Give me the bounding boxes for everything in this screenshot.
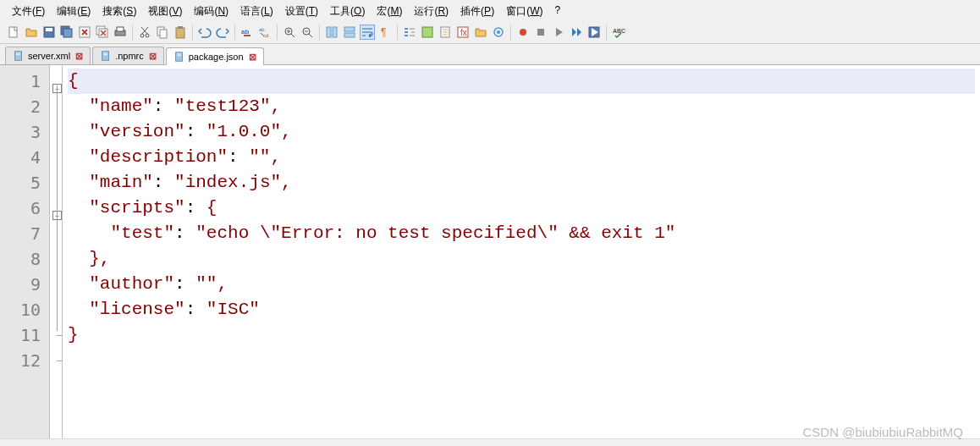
- svg-rect-0: [9, 27, 17, 37]
- zoom-out-icon[interactable]: [300, 25, 315, 40]
- print-icon[interactable]: [113, 25, 128, 40]
- find-icon[interactable]: ab: [239, 25, 255, 40]
- toolbar-separator: [192, 25, 193, 40]
- svg-rect-39: [102, 52, 109, 61]
- copy-icon[interactable]: [155, 25, 170, 40]
- svg-text:cd: cd: [263, 33, 268, 38]
- svg-rect-26: [422, 27, 432, 37]
- record-icon[interactable]: [515, 25, 531, 40]
- menu-V[interactable]: 视图(V): [143, 3, 187, 20]
- cut-icon[interactable]: [137, 25, 152, 40]
- toolbar-separator: [606, 25, 607, 40]
- menu-W[interactable]: 窗口(W): [501, 3, 548, 20]
- tab-package-json[interactable]: package.json⊠: [166, 47, 264, 65]
- code-line[interactable]: "scripts": {: [68, 195, 975, 221]
- folder-icon2[interactable]: [473, 25, 488, 40]
- svg-point-10: [140, 34, 144, 37]
- watermark: CSDN @biubiubiuRabbitMQ: [803, 425, 963, 439]
- sync-v-icon[interactable]: [324, 25, 339, 40]
- function-list-icon[interactable]: fx: [455, 25, 471, 40]
- svg-rect-24: [344, 33, 355, 37]
- svg-text:ABC: ABC: [613, 28, 625, 34]
- save-all-icon[interactable]: [59, 25, 74, 40]
- menu-N[interactable]: 编码(N): [189, 3, 234, 20]
- toolbar: ab abcd ¶ fx ABC: [0, 22, 980, 44]
- replace-icon[interactable]: abcd: [257, 25, 273, 40]
- svg-rect-14: [176, 28, 184, 38]
- menu-F[interactable]: 文件(F): [7, 3, 50, 20]
- menu-M[interactable]: 宏(M): [372, 3, 407, 20]
- menu-P[interactable]: 插件(P): [455, 3, 499, 20]
- menu-S[interactable]: 搜索(S): [97, 3, 141, 20]
- code-line[interactable]: "license": "ISC": [68, 297, 975, 322]
- toolbar-separator: [234, 25, 235, 40]
- svg-rect-38: [16, 54, 19, 55]
- undo-icon[interactable]: [197, 25, 212, 40]
- zoom-in-icon[interactable]: [282, 25, 297, 40]
- open-folder-icon[interactable]: [24, 25, 39, 40]
- code-line[interactable]: },: [68, 246, 975, 272]
- code-line[interactable]: {: [68, 69, 975, 94]
- svg-rect-4: [63, 29, 72, 37]
- play-icon[interactable]: [551, 25, 566, 40]
- close-tab-icon[interactable]: ⊠: [249, 52, 256, 63]
- toolbar-separator: [132, 25, 133, 40]
- tab-label: server.xml: [28, 51, 70, 61]
- redo-icon[interactable]: [215, 25, 230, 40]
- menu-T[interactable]: 设置(T): [280, 3, 323, 20]
- spell-check-icon[interactable]: ABC: [611, 25, 626, 40]
- code-line[interactable]: "name": "test123",: [68, 94, 975, 119]
- menu-E[interactable]: 编辑(E): [52, 3, 96, 20]
- code-line[interactable]: }: [68, 322, 975, 348]
- menu-bar: 文件(F)编辑(E)搜索(S)视图(V)编码(N)语言(L)设置(T)工具(O)…: [0, 0, 980, 22]
- menu-L[interactable]: 语言(L): [235, 3, 278, 20]
- svg-rect-44: [177, 55, 180, 56]
- line-number: 4: [0, 145, 41, 170]
- line-number: 12: [0, 348, 41, 373]
- menu-O[interactable]: 工具(O): [325, 3, 370, 20]
- line-number: 5: [0, 170, 41, 195]
- save-macro-icon[interactable]: [586, 25, 602, 40]
- close-tab-icon[interactable]: ⊠: [75, 51, 83, 62]
- doc-map-icon[interactable]: [438, 25, 453, 40]
- new-file-icon[interactable]: [6, 25, 21, 40]
- line-number: 10: [0, 297, 41, 322]
- close-all-icon[interactable]: [95, 25, 110, 40]
- svg-rect-37: [16, 53, 19, 54]
- fast-forward-icon[interactable]: [569, 25, 584, 40]
- tab-server-xml[interactable]: server.xml⊠: [5, 47, 91, 64]
- indent-guide-icon[interactable]: [402, 25, 417, 40]
- monitor-icon[interactable]: [491, 25, 506, 40]
- tab--npmrc[interactable]: .npmrc⊠: [92, 47, 164, 64]
- code-line[interactable]: "test": "echo \"Error: no test specified…: [68, 221, 975, 246]
- svg-rect-13: [160, 30, 167, 38]
- svg-rect-33: [537, 29, 544, 36]
- sync-h-icon[interactable]: [342, 25, 357, 40]
- code-line[interactable]: "version": "1.0.0",: [68, 119, 975, 145]
- close-icon[interactable]: [77, 25, 92, 40]
- user-lang-icon[interactable]: [420, 25, 435, 40]
- paste-icon[interactable]: [173, 25, 188, 40]
- svg-rect-42: [175, 52, 182, 62]
- toolbar-separator: [277, 25, 278, 40]
- svg-rect-22: [333, 27, 337, 37]
- save-icon[interactable]: [41, 25, 57, 40]
- show-all-chars-icon[interactable]: ¶: [377, 25, 393, 40]
- code-line[interactable]: [68, 348, 975, 373]
- toolbar-separator: [319, 25, 320, 40]
- code-line[interactable]: "description": "",: [68, 145, 975, 170]
- word-wrap-icon[interactable]: [360, 25, 375, 40]
- fold-column: −−: [49, 65, 63, 438]
- code-line[interactable]: "author": "",: [68, 272, 975, 297]
- menu-help[interactable]: ?: [549, 3, 565, 20]
- svg-rect-23: [344, 27, 355, 31]
- tab-label: .npmrc: [115, 51, 144, 61]
- code-line[interactable]: "main": "index.js",: [68, 170, 975, 195]
- svg-rect-21: [327, 27, 331, 37]
- svg-rect-40: [104, 53, 107, 54]
- stop-icon[interactable]: [533, 25, 548, 40]
- code-area[interactable]: { "name": "test123", "version": "1.0.0",…: [63, 65, 980, 438]
- menu-R[interactable]: 运行(R): [409, 3, 454, 20]
- line-number: 1: [0, 69, 41, 94]
- close-tab-icon[interactable]: ⊠: [149, 51, 157, 62]
